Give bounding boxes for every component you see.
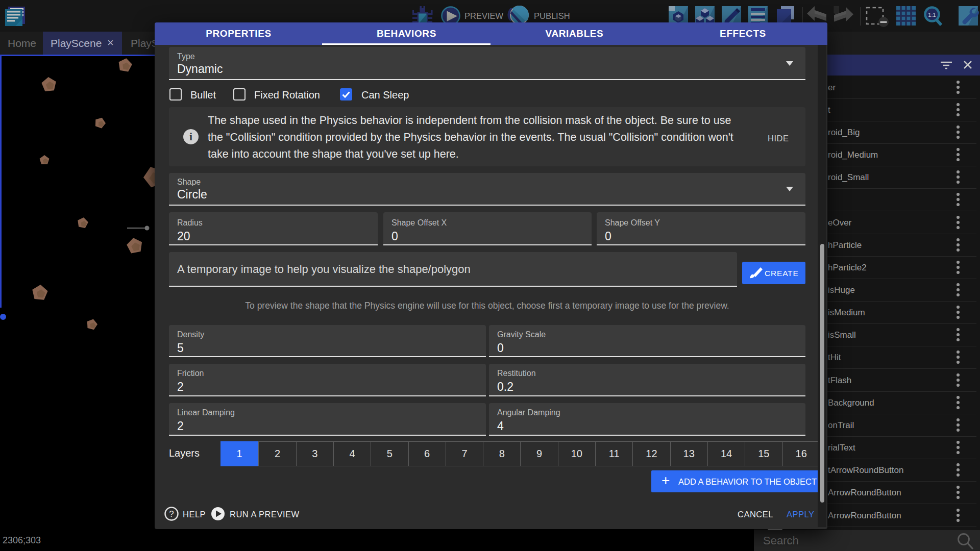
svg-text:1:1: 1:1 (928, 12, 936, 18)
svg-text:CREATE: CREATE (765, 269, 799, 278)
svg-text:PUBLISH: PUBLISH (534, 11, 570, 20)
svg-text:?: ? (169, 509, 174, 519)
svg-text:PREVIEW: PREVIEW (464, 11, 504, 20)
